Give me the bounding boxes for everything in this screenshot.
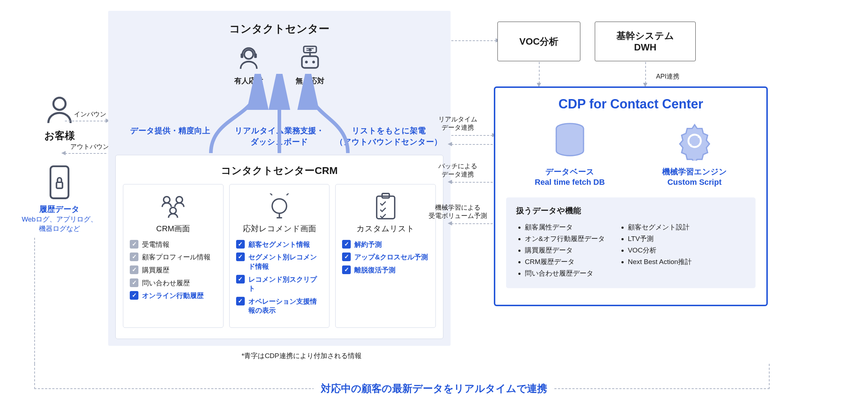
svg-rect-5 (254, 54, 257, 58)
check-icon (236, 297, 245, 305)
crm-col-icon (342, 192, 429, 220)
customer-label: お客様 (22, 129, 97, 143)
cdp-data-item: LTV予測 (628, 234, 692, 244)
ml-label: 機械学習による 受電ボリューム予測 (418, 204, 497, 220)
cc-voc-arrow (451, 40, 496, 41)
cdp-data-right: 顧客セグメント設計LTV予測VOC分析Next Best Action推計 (619, 220, 692, 280)
voc-box: VOC分析 (497, 22, 580, 61)
crm-item-label: 顧客プロフィール情報 (142, 253, 211, 262)
check-icon (130, 278, 138, 287)
crm-item: 離脱復活予測 (342, 265, 429, 275)
svg-point-15 (176, 196, 183, 203)
check-icon (130, 265, 138, 274)
cdp-data-left: 顧客属性データオン&オフ行動履歴データ購買履歴データCRM履歴データ問い合わせ履… (516, 220, 605, 280)
crm-item-label: 受電情報 (142, 240, 169, 249)
check-icon (236, 253, 245, 261)
flow-label-1: データ提供・精度向上 (115, 125, 225, 148)
batch-label: バッチによる データ連携 (418, 162, 497, 179)
check-icon (342, 253, 351, 261)
crm-item: セグメント別レコメンド情報 (236, 253, 323, 271)
dwh-cdp-arrow (645, 62, 646, 84)
flow-labels: データ提供・精度向上 リアルタイム業務支援・ダッシュボード リストをもとに架電（… (115, 125, 443, 148)
crm-item: 問い合わせ履歴 (130, 278, 217, 288)
crm-item-label: 問い合わせ履歴 (142, 278, 190, 288)
footnote-text: *青字はCDP連携により付加される情報 (242, 351, 362, 361)
contact-center-title: コンタクトセンター (115, 22, 443, 36)
crm-item: 顧客セグメント情報 (236, 240, 323, 249)
crm-item-label: 顧客セグメント情報 (248, 240, 310, 249)
crm-item: 解約予測 (342, 240, 429, 249)
cdp-data-item: 顧客セグメント設計 (628, 223, 692, 232)
crm-title: コンタクトセンターCRM (123, 164, 436, 178)
database-icon (550, 121, 590, 161)
cdp-ml-engine: 機械学習エンジンCustom Script (662, 121, 727, 187)
bot-agent: 無人応対 (296, 44, 324, 86)
crm-item: オンライン行動履歴 (130, 291, 217, 300)
cdp-data-item: 問い合わせ履歴データ (525, 269, 605, 278)
check-icon (236, 240, 245, 249)
flow-label-2: リアルタイム業務支援・ダッシュボード (225, 125, 334, 148)
crm-col-icon (236, 192, 323, 220)
crm-col-title: CRM画面 (130, 223, 217, 234)
crm-item-label: 購買履歴 (142, 265, 169, 275)
svg-point-7 (305, 61, 308, 64)
crm-col-1: 応対レコメンド画面顧客セグメント情報セグメント別レコメンド情報レコメンド別スクリ… (229, 184, 330, 328)
history-title: 履歴データ (22, 204, 97, 215)
crm-item: 顧客プロフィール情報 (130, 253, 217, 262)
svg-rect-22 (377, 196, 395, 219)
check-icon (236, 275, 245, 283)
cdp-data-box: 扱うデータや機能 顧客属性データオン&オフ行動履歴データ購買履歴データCRM履歴… (506, 197, 756, 288)
cdp-data-item: CRM履歴データ (525, 257, 605, 267)
crm-item-label: レコメンド別スクリプト (248, 275, 323, 293)
crm-item: アップ&クロスセル予測 (342, 253, 429, 262)
svg-point-0 (53, 98, 66, 110)
voc-cdp-arrow (539, 62, 540, 84)
crm-col-0: CRM画面受電情報顧客プロフィール情報購買履歴問い合わせ履歴オンライン行動履歴 (123, 184, 223, 328)
svg-point-14 (164, 196, 170, 203)
cdp-data-item: Next Best Action推計 (628, 257, 692, 267)
svg-point-8 (312, 61, 315, 64)
chatbot-icon (296, 44, 324, 72)
svg-point-3 (244, 50, 253, 59)
cdp-title: CDP for Contact Center (506, 97, 756, 112)
headset-person-icon (234, 44, 263, 72)
bottom-text: 対応中の顧客の最新データをリアルタイムで連携 (314, 382, 554, 396)
crm-item: 受電情報 (130, 240, 217, 249)
check-icon (342, 265, 351, 274)
check-icon (130, 253, 138, 261)
contact-center-box: コンタクトセンター 有人応対 無人応対 データ提供・精度向上 リアルタイム業務支… (108, 11, 451, 346)
crm-item-label: セグメント別レコメンド情報 (248, 253, 323, 271)
crm-col-title: 応対レコメンド画面 (236, 223, 323, 234)
crm-item: 購買履歴 (130, 265, 217, 275)
crm-item-label: アップ&クロスセル予測 (354, 253, 428, 262)
svg-rect-2 (57, 182, 63, 188)
cdp-data-item: 顧客属性データ (525, 223, 605, 232)
svg-rect-6 (302, 56, 318, 68)
realtime-label: リアルタイム データ連携 (418, 115, 497, 132)
check-icon (130, 240, 138, 249)
check-icon (130, 291, 138, 300)
inbound-arrow (65, 121, 106, 121)
crm-item-label: 解約予測 (354, 240, 382, 249)
crm-box: コンタクトセンターCRM CRM画面受電情報顧客プロフィール情報購買履歴問い合わ… (115, 155, 443, 339)
crm-item-label: オンライン行動履歴 (142, 291, 204, 300)
crm-col-title: カスタムリスト (342, 223, 429, 234)
cdp-data-item: VOC分析 (628, 246, 692, 255)
outbound-arrow (65, 153, 106, 154)
inbound-label: インバウンド (74, 110, 113, 119)
crm-item-label: 離脱復活予測 (354, 265, 395, 275)
cdp-database: データベースReal time fetch DB (535, 121, 604, 187)
cdp-data-title: 扱うデータや機能 (516, 205, 745, 216)
crm-item-label: オペレーション支援情報の表示 (248, 297, 323, 315)
crm-col-icon (130, 192, 217, 220)
cdp-data-item: オン&オフ行動履歴データ (525, 234, 605, 244)
api-label: API連携 (656, 72, 679, 81)
human-agent: 有人応対 (234, 44, 263, 86)
gear-sync-icon (675, 121, 714, 161)
dwh-box: 基幹システム DWH (595, 22, 696, 61)
svg-point-16 (170, 207, 177, 214)
svg-rect-4 (241, 54, 244, 58)
cdp-data-item: 購買履歴データ (525, 246, 605, 255)
phone-lock-icon (22, 164, 97, 200)
crm-item: レコメンド別スクリプト (236, 275, 323, 293)
